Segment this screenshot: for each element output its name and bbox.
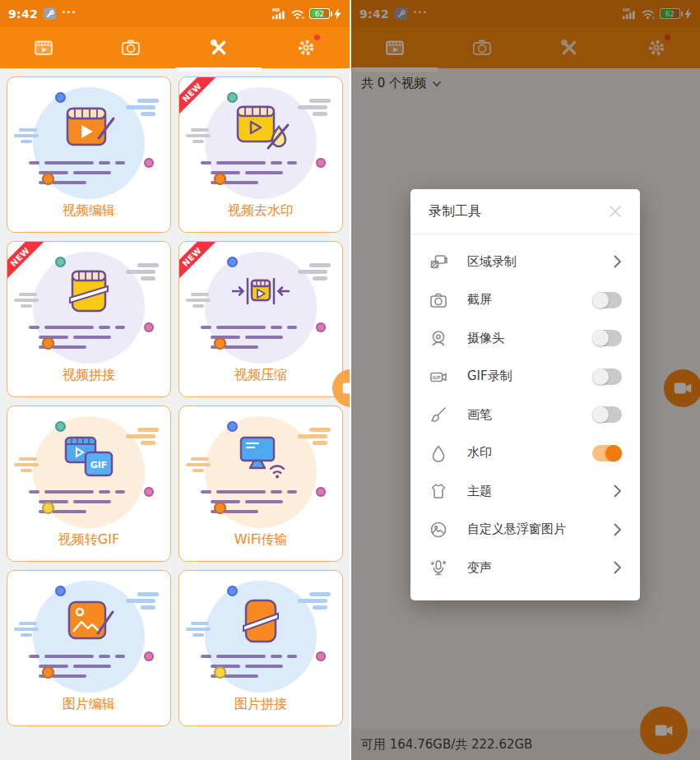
dual-screenshot-stage: 9:42 ··· HD 6 62	[0, 0, 700, 760]
wifi-icon: 6	[291, 8, 305, 20]
feature-card-video-to-gif[interactable]: GIF 视频转GIF	[7, 405, 171, 562]
video-tab-icon	[33, 37, 54, 58]
feature-illustration: GIF	[19, 415, 159, 531]
tools-tab-icon	[208, 37, 229, 58]
charging-bolt-icon	[334, 8, 341, 20]
chevron-right-icon	[614, 561, 622, 574]
video-to-gif-icon: GIF	[58, 433, 120, 487]
dialog-row-label: GIF录制	[467, 368, 592, 384]
video-splice-icon	[58, 268, 120, 322]
brush-icon	[429, 405, 451, 424]
feature-illustration	[19, 86, 159, 202]
chevron-right-icon	[614, 484, 622, 498]
chevron-right-icon	[614, 523, 622, 536]
feature-card-grid: 视频编辑 NEW 视频去水印 NEW	[0, 68, 350, 760]
feature-card-video-edit[interactable]: 视频编辑	[7, 76, 171, 233]
status-bar: 9:42 ··· HD 6 62	[0, 0, 350, 27]
toggle-webcam-off[interactable]	[592, 330, 622, 346]
recording-tools-dialog: 录制工具 区域录制 截屏 摄像头 GIF GIF录制 画笔 水印	[410, 189, 640, 600]
dialog-row-region-record[interactable]: 区域录制	[429, 243, 622, 281]
dialog-row-custom-float-image[interactable]: 自定义悬浮窗图片	[429, 511, 622, 549]
image-splice-icon	[229, 597, 292, 651]
feature-label: 视频编辑	[7, 202, 170, 220]
new-badge: NEW	[178, 241, 225, 287]
svg-text:HD: HD	[272, 7, 280, 12]
wrench-badge-icon	[44, 7, 56, 20]
feature-illustration	[19, 579, 159, 696]
feature-card-image-splice[interactable]: 图片拼接	[178, 570, 343, 726]
wifi-transfer-icon	[229, 433, 292, 487]
feature-illustration	[191, 579, 331, 696]
dialog-row-watermark[interactable]: 水印	[429, 434, 622, 473]
screenshot-icon	[429, 290, 451, 310]
settings-tab-icon	[295, 37, 317, 58]
svg-text:6: 6	[302, 16, 304, 20]
image-edit-icon	[58, 597, 120, 651]
dialog-row-brush[interactable]: 画笔	[429, 396, 622, 434]
clock: 9:42	[8, 7, 38, 21]
video-watermark-remove-icon	[229, 104, 292, 158]
toggle-screenshot-off[interactable]	[592, 292, 622, 308]
feature-card-video-compress[interactable]: NEW 视频压缩	[178, 241, 343, 397]
chevron-right-icon	[614, 255, 622, 268]
toggle-watermark-on[interactable]	[592, 445, 622, 461]
tab-bar	[0, 27, 350, 68]
feature-card-video-splice[interactable]: NEW 视频拼接	[7, 241, 171, 397]
dialog-row-label: 自定义悬浮窗图片	[467, 521, 614, 537]
tab-settings[interactable]	[262, 27, 350, 68]
screen-videos-page-with-dialog: 9:42 ··· HD 6 62 共 0	[351, 0, 700, 760]
theme-icon	[429, 481, 451, 501]
dialog-row-theme[interactable]: 主题	[429, 472, 622, 511]
toggle-brush-off[interactable]	[592, 406, 622, 423]
new-badge: NEW	[7, 241, 53, 287]
new-badge: NEW	[178, 76, 225, 123]
feature-label: 视频去水印	[179, 202, 342, 220]
close-icon[interactable]	[609, 205, 622, 218]
webcam-icon	[429, 328, 451, 348]
tab-record[interactable]	[87, 27, 174, 68]
dialog-row-label: 摄像头	[467, 331, 592, 346]
custom-float-image-icon	[429, 520, 451, 540]
watermark-icon	[429, 443, 451, 463]
video-edit-icon	[58, 104, 120, 158]
feature-card-video-watermark-remove[interactable]: NEW 视频去水印	[178, 76, 343, 233]
dialog-row-label: 变声	[467, 560, 614, 576]
svg-text:GIF: GIF	[90, 460, 108, 470]
svg-text:GIF: GIF	[433, 374, 441, 379]
feature-label: 视频压缩	[179, 367, 342, 384]
dialog-row-gif-record[interactable]: GIF GIF录制	[429, 358, 622, 396]
dialog-row-label: 主题	[467, 484, 614, 499]
dialog-title: 录制工具	[429, 203, 481, 220]
dialog-row-webcam[interactable]: 摄像头	[429, 319, 622, 358]
notification-dots: ···	[62, 6, 76, 18]
region-record-icon	[429, 252, 451, 271]
feature-card-wifi-transfer[interactable]: WiFi传输	[178, 405, 343, 562]
voice-change-icon	[429, 558, 451, 577]
dialog-row-screenshot[interactable]: 截屏	[429, 281, 622, 320]
screen-tools-page: 9:42 ··· HD 6 62	[0, 0, 350, 760]
feature-label: 图片编辑	[7, 696, 170, 713]
dialog-row-label: 画笔	[467, 407, 592, 423]
active-tab-indicator	[176, 67, 262, 72]
settings-badge-dot	[314, 35, 320, 40]
feature-illustration	[191, 415, 331, 531]
battery-icon: 62	[309, 8, 330, 19]
feature-label: 视频转GIF	[7, 531, 170, 549]
tab-tools[interactable]	[175, 27, 262, 68]
feature-label: WiFi传输	[179, 531, 342, 549]
tab-videos[interactable]	[0, 27, 87, 68]
video-compress-icon	[229, 268, 292, 322]
dialog-row-voice-change[interactable]: 变声	[429, 549, 622, 587]
gif-record-icon: GIF	[429, 367, 451, 387]
camera-tab-icon	[120, 37, 141, 58]
dialog-row-label: 截屏	[467, 292, 592, 308]
toggle-gif-record-off[interactable]	[592, 368, 622, 385]
feature-label: 图片拼接	[179, 696, 342, 713]
feature-label: 视频拼接	[7, 367, 170, 384]
dialog-row-label: 水印	[467, 445, 592, 461]
feature-card-image-edit[interactable]: 图片编辑	[7, 570, 171, 726]
dialog-row-label: 区域录制	[467, 254, 614, 270]
signal-icon: HD	[272, 7, 287, 20]
